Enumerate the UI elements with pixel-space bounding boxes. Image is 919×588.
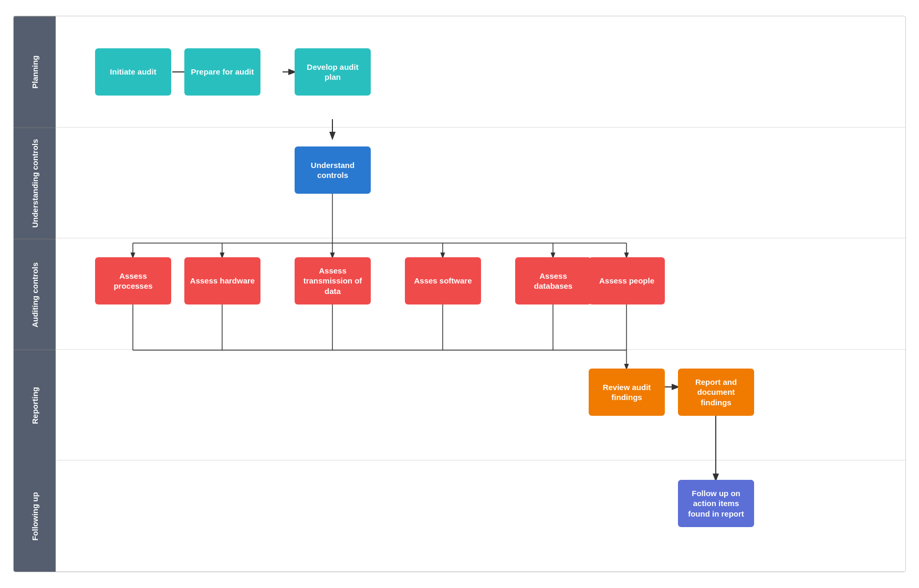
- swim-lane-labels: Planning Understanding controls Auditing…: [14, 16, 56, 572]
- lane-row-following: [56, 460, 905, 572]
- box-prepare-audit: Prepare for audit: [184, 48, 260, 96]
- lane-label-following: Following up: [14, 461, 56, 572]
- box-report-findings: Report and document findings: [678, 369, 754, 416]
- box-assess-hardware: Assess hardware: [184, 257, 260, 304]
- box-asses-software: Asses software: [405, 257, 481, 304]
- box-assess-processes: Assess processes: [95, 257, 171, 304]
- swim-lanes-content: Initiate audit Prepare for audit Develop…: [56, 16, 905, 572]
- diagram-container: Planning Understanding controls Auditing…: [13, 16, 906, 572]
- lane-row-understanding: [56, 128, 905, 239]
- box-follow-up: Follow up on action items found in repor…: [678, 480, 754, 527]
- lane-label-auditing: Auditing controls: [14, 239, 56, 350]
- box-assess-transmission: Assess transmission of data: [295, 257, 371, 304]
- box-assess-databases: Assess databases: [515, 257, 591, 304]
- lane-label-understanding: Understanding controls: [14, 128, 56, 239]
- box-understand-controls: Understand controls: [295, 146, 371, 194]
- lane-label-reporting: Reporting: [14, 350, 56, 461]
- box-develop-plan: Develop audit plan: [295, 48, 371, 96]
- box-assess-people: Assess people: [589, 257, 665, 304]
- lane-label-planning: Planning: [14, 16, 56, 128]
- box-initiate-audit: Initiate audit: [95, 48, 171, 96]
- box-review-audit-findings: Review audit findings: [589, 369, 665, 416]
- lane-row-planning: [56, 16, 905, 128]
- lane-row-reporting: [56, 350, 905, 461]
